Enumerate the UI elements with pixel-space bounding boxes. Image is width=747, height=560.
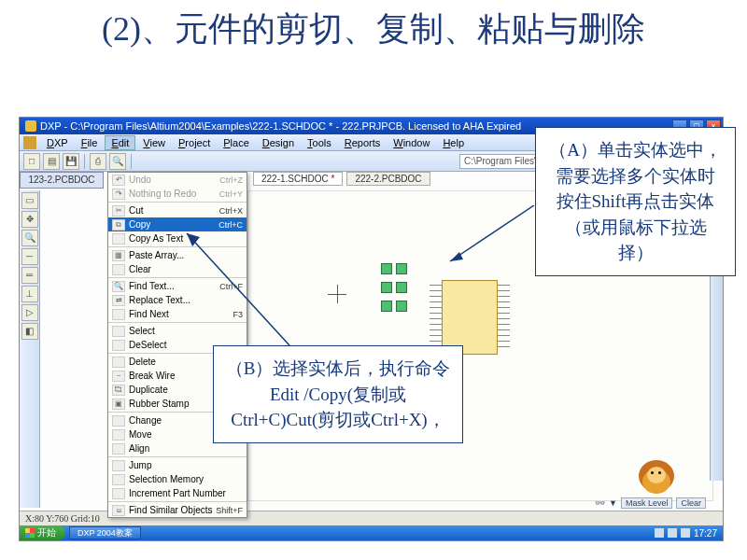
clock: 17:27	[694, 528, 717, 539]
tray-icon[interactable]	[668, 528, 677, 538]
tool-open-icon[interactable]: ▤	[43, 153, 60, 170]
edit-menu-selection-memory[interactable]: Selection Memory	[108, 472, 247, 486]
menu-item-label: Cut	[129, 205, 219, 216]
mask-icon: 👓	[595, 498, 605, 508]
menu-item-label: Nothing to Redo	[129, 189, 219, 199]
taskbar-item[interactable]: DXP 2004教案	[69, 526, 141, 539]
menu-item-icon	[112, 429, 125, 441]
menu-item-shortcut: Ctrl+Y	[219, 189, 243, 199]
tool-preview-icon[interactable]: 🔍	[109, 153, 126, 170]
menu-item-icon	[112, 233, 125, 245]
menu-project[interactable]: Project	[173, 136, 216, 149]
wire-symbol[interactable]	[328, 285, 356, 313]
gate-components[interactable]	[379, 261, 435, 317]
edit-menu-jump[interactable]: Jump	[108, 458, 247, 472]
menu-item-icon: ▣	[112, 399, 125, 410]
menu-item-label: Duplicate	[129, 385, 218, 395]
menu-item-icon	[112, 488, 125, 499]
menu-dxp[interactable]: DXP	[41, 136, 74, 149]
menu-item-icon: ⿻	[112, 385, 125, 396]
menu-design[interactable]: Design	[257, 136, 300, 149]
windows-taskbar: 开始 DXP 2004教案 17:27	[20, 525, 723, 540]
menu-window[interactable]: Window	[388, 136, 435, 149]
ic-chip-component[interactable]: for(let i=0;i<12;i++)document.write('<di…	[442, 280, 498, 355]
menu-item-label: Align	[129, 443, 243, 454]
menu-item-icon: ⇄	[112, 295, 125, 306]
menu-item-icon: ~	[112, 371, 125, 382]
callout-a-arrow	[431, 205, 543, 280]
start-label: 开始	[37, 526, 56, 539]
vertical-toolbar: ▭ ✥ 🔍 ─ ═ ⊥ ▷ ◧	[20, 190, 40, 508]
mask-level-button[interactable]: Mask Level	[621, 497, 673, 509]
start-button[interactable]: 开始	[20, 525, 65, 540]
dxp-logo-icon	[23, 136, 36, 149]
app-icon	[25, 120, 36, 132]
menu-file[interactable]: File	[76, 136, 104, 149]
menu-item-label: Selection Memory	[129, 474, 243, 484]
menu-item-icon: ⧉	[112, 219, 125, 231]
menu-item-icon	[112, 264, 125, 275]
edit-menu-find-similar-objects[interactable]: ⧇Find Similar ObjectsShift+F	[108, 503, 247, 517]
edit-menu-nothing-to-redo: ↷Nothing to RedoCtrl+Y	[108, 187, 247, 201]
callout-a: （A）单击实体选中，需要选择多个实体时按住Shift再点击实体（或用鼠标下拉选择…	[535, 127, 736, 276]
menu-reports[interactable]: Reports	[339, 136, 387, 149]
vtool-net-icon[interactable]: ⊥	[21, 286, 38, 302]
menu-place[interactable]: Place	[218, 136, 255, 149]
menu-help[interactable]: Help	[437, 136, 470, 149]
menu-item-icon: 🔍	[112, 281, 125, 292]
menu-item-icon	[112, 326, 125, 337]
vtool-zoom-icon[interactable]: 🔍	[21, 230, 38, 246]
vtool-bus-icon[interactable]: ═	[21, 267, 38, 284]
menu-item-icon: ↷	[112, 189, 125, 200]
menu-item-label: Jump	[129, 460, 243, 470]
edit-menu-increment-part-number[interactable]: Increment Part Number	[108, 486, 247, 500]
menu-item-shortcut: Ctrl+X	[219, 206, 243, 216]
menu-view[interactable]: View	[137, 136, 171, 149]
tool-new-icon[interactable]: □	[23, 153, 40, 170]
menu-item-icon	[112, 357, 125, 368]
menu-item-shortcut: Ctrl+Z	[219, 175, 243, 185]
menu-item-icon	[112, 460, 125, 471]
windows-logo-icon	[25, 528, 35, 538]
menu-item-icon	[112, 415, 125, 427]
callout-b-arrow	[177, 224, 308, 355]
system-tray: 17:27	[655, 528, 723, 539]
menu-item-label: Rubber Stamp	[129, 399, 218, 409]
menu-item-icon: ↶	[112, 175, 125, 186]
menu-item-icon: ▦	[112, 250, 125, 261]
tray-icon[interactable]	[655, 528, 664, 538]
menu-item-icon: ✂	[112, 205, 125, 217]
menu-tools[interactable]: Tools	[302, 136, 337, 149]
vtool-wire-icon[interactable]: ─	[21, 248, 38, 265]
menu-item-icon	[112, 443, 125, 455]
vtool-port-icon[interactable]: ▷	[21, 304, 38, 321]
tool-print-icon[interactable]: ⎙	[90, 153, 106, 170]
menu-item-icon	[112, 309, 125, 320]
menu-item-label: Increment Part Number	[129, 488, 243, 498]
menu-item-shortcut: Shift+F	[216, 506, 243, 515]
vtool-part-icon[interactable]: ◧	[21, 323, 38, 340]
menu-item-icon	[112, 474, 125, 485]
document-tabs: 222-1.SCHDOC * 222-2.PCBDOC	[253, 172, 430, 186]
doc-tab-2[interactable]: 222-2.PCBDOC	[346, 172, 430, 186]
lion-assistant-icon[interactable]	[639, 460, 674, 496]
callout-b: （B）选择实体后，执行命令Edit /Copy(复制或Ctrl+C)Cut(剪切…	[213, 345, 463, 443]
edit-menu-align[interactable]: Align	[108, 441, 247, 455]
menu-item-label: Find Similar Objects	[129, 505, 216, 515]
menu-edit[interactable]: Edit	[105, 135, 135, 150]
menu-item-icon	[112, 340, 125, 351]
edit-menu-undo: ↶UndoCtrl+Z	[108, 173, 247, 187]
edit-menu-cut[interactable]: ✂CutCtrl+X	[108, 203, 247, 217]
vtool-select-icon[interactable]: ▭	[21, 192, 38, 209]
window-title-text: DXP - C:\Program Files\Altium2004\Exampl…	[40, 118, 521, 134]
project-tab[interactable]: 123-2.PCBDOC	[20, 172, 104, 189]
tray-icon[interactable]	[681, 528, 690, 538]
vtool-move-icon[interactable]: ✥	[21, 211, 38, 228]
slide-title: (2)、元件的剪切、复制、粘贴与删除	[0, 0, 747, 55]
clear-button[interactable]: Clear	[676, 497, 706, 509]
tool-save-icon[interactable]: 💾	[63, 153, 79, 170]
menu-item-label: Undo	[129, 175, 219, 185]
doc-tab-1[interactable]: 222-1.SCHDOC *	[253, 172, 343, 186]
menu-item-icon: ⧇	[112, 505, 125, 516]
